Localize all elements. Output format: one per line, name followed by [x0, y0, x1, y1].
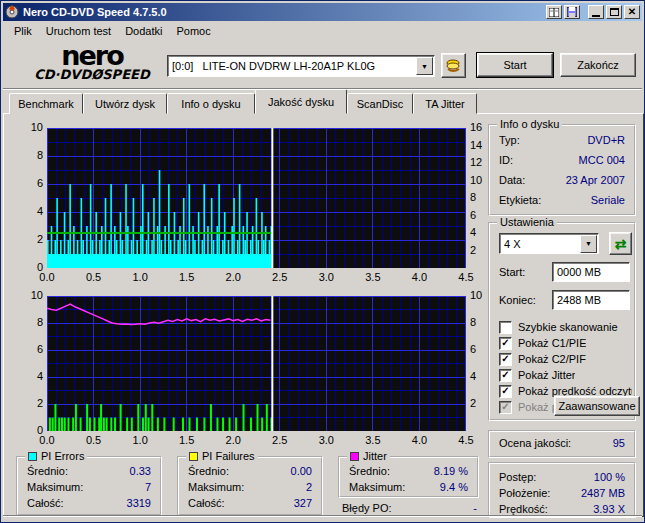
nero-logo: nero CD·DVDØSPEED [17, 43, 167, 81]
disc-info-group: Info o dysku Typ:DVD+RID:MCC 004Data:23 … [488, 124, 636, 216]
menu-item-dodatki[interactable]: Dodatki [118, 23, 169, 39]
exit-button[interactable]: Zakończ [560, 53, 636, 77]
pi-failures-group-title: PI Failures [202, 450, 255, 462]
app-window: Nero CD-DVD Speed 4.7.5.0 ✕ PlikUruchom … [0, 0, 645, 523]
menu-item-plik[interactable]: Plik [7, 23, 39, 39]
pi-failures-row: Średnio:0.00 [188, 465, 312, 480]
start-button[interactable]: Start [477, 53, 553, 77]
drive-select[interactable]: [0:0] LITE-ON DVDRW LH-20A1P KL0G ▼ [167, 55, 435, 77]
start-input[interactable]: 0000 MB [552, 262, 630, 282]
close-icon: ✕ [628, 7, 636, 17]
settings-group: Ustawienia 4 X ▼ ⇄ Start: 0000 MB Koniec… [488, 222, 636, 421]
jitter-chart-left-tick: 8 [17, 316, 43, 328]
tab-utwórz-dysk[interactable]: Utwórz dysk [83, 93, 167, 114]
checkbox-szybkie-skanowanie[interactable]: Szybkie skanowanie [499, 320, 632, 334]
pi-errors-legend-swatch [28, 452, 37, 461]
jitter-chart-x-tick: 2.0 [218, 434, 248, 446]
checkbox-pokaż-c1-pie[interactable]: ✓Pokaż C1/PIE [499, 336, 632, 350]
tab-info-o-dysku[interactable]: Info o dysku [167, 93, 255, 114]
logo-text-cddvdspeed: CD·DVDØSPEED [17, 69, 167, 81]
pi-failures-value: 2 [306, 481, 312, 496]
chevron-down-icon[interactable]: ▼ [416, 57, 433, 75]
pie-chart-x-tick: 4.5 [451, 271, 481, 283]
settings-group-title: Ustawienia [497, 216, 557, 228]
jitter-label: Maksimum: [349, 481, 440, 496]
drive-select-value: [0:0] LITE-ON DVDRW LH-20A1P KL0G [168, 60, 416, 72]
checkbox-box[interactable]: ✓ [499, 337, 512, 350]
checkbox-box[interactable]: ✓ [499, 385, 512, 398]
tab-benchmark[interactable]: Benchmark [9, 93, 83, 114]
checkbox-box[interactable]: ✓ [499, 353, 512, 366]
menu-item-pomoc[interactable]: Pomoc [169, 23, 217, 39]
minimize-button[interactable] [588, 5, 604, 19]
jitter-chart-x-tick: 3.5 [358, 434, 388, 446]
jitter-chart-x-tick: 4.0 [404, 434, 434, 446]
pie-chart-left-tick: 2 [17, 233, 43, 245]
jitter-legend-swatch [350, 452, 359, 461]
pi-errors-label: Całość: [27, 497, 127, 512]
save-icon-button[interactable] [564, 5, 580, 19]
pi-errors-group-title: PI Errors [41, 450, 84, 462]
disc-info-value: MCC 004 [579, 154, 625, 169]
tab-ta-jitter[interactable]: TA Jitter [413, 93, 477, 114]
pi-errors-row: Maksimum:7 [27, 481, 151, 496]
disc-info-label: ID: [499, 154, 579, 169]
checkbox-label: Pokaż C2/PIF [518, 353, 586, 365]
pi-failures-value: 0.00 [291, 465, 312, 480]
jitter-chart-x-tick: 3.0 [311, 434, 341, 446]
checkbox-label: Szybkie skanowanie [518, 321, 618, 333]
progress-label: Postęp: [499, 471, 594, 486]
jitter-label: Średnio: [349, 465, 434, 480]
checkbox-pokaż-c2-pif[interactable]: ✓Pokaż C2/PIF [499, 352, 632, 366]
quality-score-row: Ocena jakości: 95 [499, 437, 625, 452]
jitter-value: 9.4 % [440, 481, 468, 496]
tab-scandisc[interactable]: ScanDisc [347, 93, 413, 114]
jitter-row: Średnio:8.19 % [349, 465, 468, 480]
disc-info-label: Data: [499, 174, 566, 189]
disc-info-row: ID:MCC 004 [499, 154, 625, 169]
jitter-chart-x-tick: 0.0 [32, 434, 62, 446]
disc-info-row: Typ:DVD+R [499, 134, 625, 149]
disc-info-row: Data:23 Apr 2007 [499, 174, 625, 189]
progress-value: 2487 MB [581, 487, 625, 502]
jitter-chart-left-tick: 4 [17, 370, 43, 382]
maximize-button[interactable] [606, 5, 622, 19]
pie-errors-chart [47, 128, 466, 268]
quality-score-label: Ocena jakości: [499, 437, 613, 452]
disc-info-group-title: Info o dysku [497, 118, 562, 130]
refresh-button[interactable]: ⇄ [609, 232, 632, 255]
advanced-button[interactable]: Zaawansowane [554, 396, 640, 416]
pie-chart-x-tick: 3.5 [358, 271, 388, 283]
pie-chart-x-tick: 1.5 [172, 271, 202, 283]
disc-info-icon-button[interactable] [546, 5, 562, 19]
disc-info-value: Seriale [591, 194, 625, 209]
checkbox-pokaż-jitter[interactable]: ✓Pokaż Jitter [499, 368, 632, 382]
pi-failures-label: Maksimum: [188, 481, 306, 496]
pi-errors-value: 7 [145, 481, 151, 496]
extras-button[interactable] [441, 53, 466, 78]
progress-row: Postęp:100 % [499, 471, 625, 486]
jitter-chart-left-tick: 2 [17, 397, 43, 409]
pie-chart-x-tick: 3.0 [311, 271, 341, 283]
end-input[interactable]: 2488 MB [552, 290, 630, 310]
title-bar: Nero CD-DVD Speed 4.7.5.0 ✕ [3, 3, 642, 21]
chevron-down-icon[interactable]: ▼ [580, 235, 597, 253]
checkbox-box[interactable]: ✓ [499, 369, 512, 382]
progress-row: Położenie:2487 MB [499, 487, 625, 502]
pie-chart-x-tick: 0.0 [32, 271, 62, 283]
pie-chart-left-tick: 8 [17, 149, 43, 161]
pi-errors-row: Średnio:0.33 [27, 465, 151, 480]
jitter-chart-left-tick: 6 [17, 343, 43, 355]
status-bar [3, 515, 642, 520]
pie-chart-left-tick: 6 [17, 177, 43, 189]
speed-select[interactable]: 4 X ▼ [499, 233, 599, 254]
jitter-chart-x-tick: 2.5 [265, 434, 295, 446]
pie-chart-x-tick: 2.5 [265, 271, 295, 283]
pi-failures-row: Maksimum:2 [188, 481, 312, 496]
disc-info-value: 23 Apr 2007 [566, 174, 625, 189]
jitter-chart-x-tick: 0.5 [79, 434, 109, 446]
checkbox-box[interactable] [499, 321, 512, 334]
tab-jakość-dysku[interactable]: Jakość dysku [255, 89, 347, 114]
menu-item-uruchom-test[interactable]: Uruchom test [39, 23, 118, 39]
close-button[interactable]: ✕ [624, 5, 640, 19]
